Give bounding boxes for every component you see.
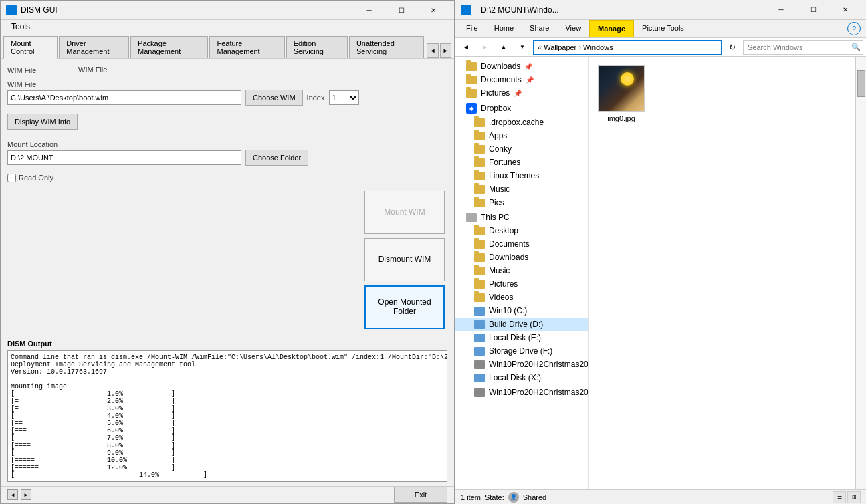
up-button[interactable]: ▲: [496, 39, 512, 55]
tab-driver-management[interactable]: Driver Management: [59, 36, 129, 58]
exit-button[interactable]: Exit: [394, 487, 447, 503]
display-info-row: Display WIM Info: [7, 114, 447, 130]
sidebar-item-win10-c[interactable]: Win10 (C:): [455, 304, 588, 318]
sidebar-item-pics[interactable]: Pics: [455, 196, 588, 209]
ribbon-tab-manage[interactable]: Manage: [589, 20, 634, 37]
state-label: State:: [485, 493, 504, 501]
dism-menubar: Tools: [1, 20, 454, 33]
drive-icon: [474, 347, 485, 356]
maximize-button[interactable]: ☐: [386, 1, 417, 19]
dism-titlebar-left: DISM GUI: [6, 5, 58, 15]
shared-label: Shared: [523, 493, 546, 501]
folder-icon: [474, 227, 485, 235]
sidebar-item-network-win10pro[interactable]: Win10Pro20H2Christmas2020 (W:): [455, 386, 588, 399]
ribbon-tab-share[interactable]: Share: [522, 20, 557, 37]
minimize-button[interactable]: ─: [354, 1, 385, 19]
sidebar-item-build-drive-d[interactable]: Build Drive (D:): [455, 318, 588, 331]
ribbon-tab-file[interactable]: File: [458, 20, 486, 37]
index-select[interactable]: 1: [329, 90, 359, 105]
mount-path-input[interactable]: [7, 150, 241, 165]
forward-button[interactable]: ►: [477, 39, 493, 55]
search-input[interactable]: [743, 40, 863, 55]
drive-icon: [474, 334, 485, 342]
address-breadcrumb[interactable]: « Wallpaper › Windows: [533, 40, 722, 55]
folder-icon: [466, 89, 477, 98]
mount-location-section: Mount Location Choose Folder: [7, 140, 447, 166]
sidebar-item-downloads[interactable]: Downloads 📌: [455, 59, 588, 73]
folder-icon: [474, 199, 485, 207]
search-icon: 🔍: [851, 43, 861, 51]
dism-output-text[interactable]: Command line that ran is dism.exe /Mount…: [7, 350, 447, 482]
sidebar-item-linux-themes[interactable]: Linux Themes: [455, 169, 588, 182]
network-section: Win10Pro20H2Christmas2020 (W:): [455, 386, 588, 399]
drive-icon: [474, 307, 485, 316]
sidebar-item-win10pro-w[interactable]: Win10Pro20H2Christmas2020 (W:): [455, 358, 588, 371]
sidebar-item-conky[interactable]: Conky: [455, 142, 588, 156]
tab-edition-servicing[interactable]: Edition Servicing: [286, 36, 348, 58]
dism-tabs: Mount Control Driver Management Package …: [1, 33, 454, 59]
refresh-button[interactable]: ↻: [724, 39, 740, 55]
display-wim-info-button[interactable]: Display WIM Info: [7, 114, 78, 130]
close-button[interactable]: ✕: [418, 1, 449, 19]
sidebar-item-local-disk-e[interactable]: Local Disk (E:): [455, 331, 588, 344]
wim-file-row: WIM File WIM File: [7, 66, 447, 75]
details-view-button[interactable]: ☰: [833, 491, 846, 503]
explorer-maximize-button[interactable]: ☐: [798, 1, 829, 19]
scroll-left-btn[interactable]: ◄: [7, 489, 18, 500]
sidebar-item-videos[interactable]: Videos: [455, 291, 588, 304]
help-button[interactable]: ?: [847, 22, 861, 35]
explorer-sidebar: Downloads 📌 Documents 📌 Pictures 📌 ◆: [455, 57, 589, 489]
choose-wim-button[interactable]: Choose WIM: [245, 90, 303, 106]
pin-icon: 📌: [524, 63, 532, 70]
tab-scroll-left[interactable]: ◄: [427, 43, 438, 58]
scroll-thumb[interactable]: [857, 70, 865, 97]
large-icons-view-button[interactable]: ⊞: [847, 491, 861, 503]
open-mounted-folder-button[interactable]: Open Mounted Folder: [364, 285, 445, 329]
tab-feature-management[interactable]: Feature Management: [209, 36, 284, 58]
folder-icon: [466, 76, 477, 84]
sidebar-item-pictures[interactable]: Pictures 📌: [455, 86, 588, 100]
sidebar-item-documents2[interactable]: Documents: [455, 237, 588, 251]
sidebar-item-fortunes[interactable]: Fortunes: [455, 156, 588, 169]
ribbon-tab-view[interactable]: View: [557, 20, 589, 37]
tools-menu[interactable]: Tools: [6, 21, 35, 33]
sidebar-item-desktop[interactable]: Desktop: [455, 224, 588, 237]
explorer-minimize-button[interactable]: ─: [766, 1, 796, 19]
ribbon-tab-picture-tools[interactable]: Picture Tools: [634, 20, 692, 37]
sidebar-item-this-pc[interactable]: This PC: [455, 211, 588, 224]
tab-scroll-right[interactable]: ►: [440, 43, 451, 58]
sidebar-item-downloads2[interactable]: Downloads: [455, 251, 588, 264]
drive-icon: [474, 320, 485, 329]
dismount-wim-button[interactable]: Dismount WIM: [364, 238, 445, 281]
action-buttons: Mount WIM Dismount WIM Open Mounted Fold…: [360, 191, 447, 329]
sidebar-item-dropbox[interactable]: ◆ Dropbox: [455, 101, 588, 116]
item-count: 1 item: [461, 493, 481, 501]
wim-path-input[interactable]: [7, 90, 241, 105]
choose-folder-button[interactable]: Choose Folder: [245, 150, 308, 166]
read-only-checkbox[interactable]: [7, 174, 16, 182]
drive-icon: [474, 374, 485, 382]
recent-locations-button[interactable]: ▼: [514, 39, 530, 55]
mount-wim-button[interactable]: Mount WIM: [364, 191, 445, 234]
tab-unattended-servicing[interactable]: Unattended Servicing: [349, 36, 424, 58]
action-area: Mount WIM Dismount WIM Open Mounted Fold…: [7, 191, 447, 329]
sidebar-item-music[interactable]: Music: [455, 182, 588, 196]
explorer-window-icons: [461, 5, 471, 15]
tab-mount-control[interactable]: Mount Control: [3, 36, 58, 59]
sidebar-item-storage-drive-f[interactable]: Storage Drive (F:): [455, 344, 588, 358]
sidebar-item-pictures2[interactable]: Pictures: [455, 277, 588, 291]
sidebar-item-dropbox-cache[interactable]: .dropbox.cache: [455, 116, 588, 129]
scroll-right-btn[interactable]: ►: [21, 489, 31, 500]
sidebar-item-local-disk-x[interactable]: Local Disk (X:): [455, 371, 588, 384]
sidebar-item-music2[interactable]: Music: [455, 264, 588, 277]
back-button[interactable]: ◄: [458, 39, 474, 55]
index-label: Index: [307, 94, 325, 102]
folder-icon: [474, 267, 485, 275]
sidebar-scrollbar[interactable]: [855, 57, 866, 489]
explorer-close-button[interactable]: ✕: [830, 1, 861, 19]
ribbon-tab-home[interactable]: Home: [486, 20, 522, 37]
sidebar-item-apps[interactable]: Apps: [455, 129, 588, 142]
sidebar-item-documents[interactable]: Documents 📌: [455, 73, 588, 86]
tab-package-management[interactable]: Package Management: [130, 36, 208, 58]
file-item-img0[interactable]: img0.jpg: [594, 62, 648, 125]
